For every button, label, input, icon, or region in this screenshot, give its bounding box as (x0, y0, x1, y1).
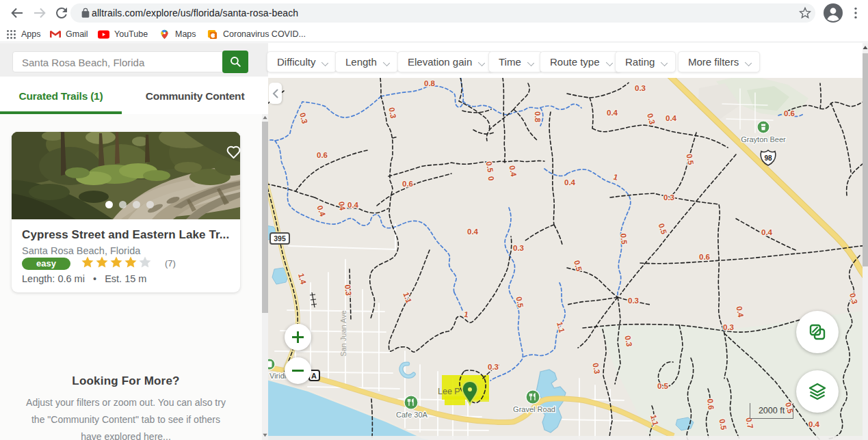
svg-text:0.6: 0.6 (317, 151, 328, 159)
svg-text:0.3: 0.3 (635, 84, 646, 92)
svg-text:0.3: 0.3 (663, 193, 674, 202)
svg-text:0.5: 0.5 (619, 233, 628, 245)
svg-text:Gravel Road: Gravel Road (513, 405, 555, 413)
svg-text:0.4: 0.4 (607, 109, 618, 117)
svg-text:Grayton Beer: Grayton Beer (741, 135, 786, 143)
svg-text:0.4: 0.4 (808, 420, 820, 428)
svg-text:0.8: 0.8 (424, 79, 436, 87)
svg-text:0.6: 0.6 (402, 180, 413, 188)
svg-text:0.3: 0.3 (343, 284, 352, 296)
svg-text:0.5: 0.5 (657, 382, 669, 390)
svg-text:Cafe 30A: Cafe 30A (396, 411, 428, 419)
svg-text:0.4: 0.4 (564, 178, 576, 187)
svg-text:0.6: 0.6 (784, 109, 795, 118)
svg-text:0.8: 0.8 (534, 111, 542, 123)
svg-text:0.3: 0.3 (513, 244, 524, 252)
svg-text:395: 395 (274, 234, 286, 243)
svg-text:0.6: 0.6 (699, 253, 710, 261)
svg-text:0.4: 0.4 (467, 228, 479, 236)
svg-text:A: A (311, 372, 317, 380)
svg-text:Lee P: Lee P (438, 387, 460, 396)
svg-text:0.3: 0.3 (488, 363, 499, 371)
svg-text:0.6: 0.6 (706, 398, 715, 410)
svg-text:98: 98 (764, 154, 772, 162)
svg-text:San Juan Ave: San Juan Ave (339, 310, 347, 357)
svg-text:0.4: 0.4 (666, 114, 677, 122)
svg-text:0.3: 0.3 (723, 323, 734, 331)
svg-text:0.3: 0.3 (628, 297, 639, 305)
svg-text:0.4: 0.4 (347, 201, 359, 209)
svg-text:0.4: 0.4 (761, 228, 773, 236)
